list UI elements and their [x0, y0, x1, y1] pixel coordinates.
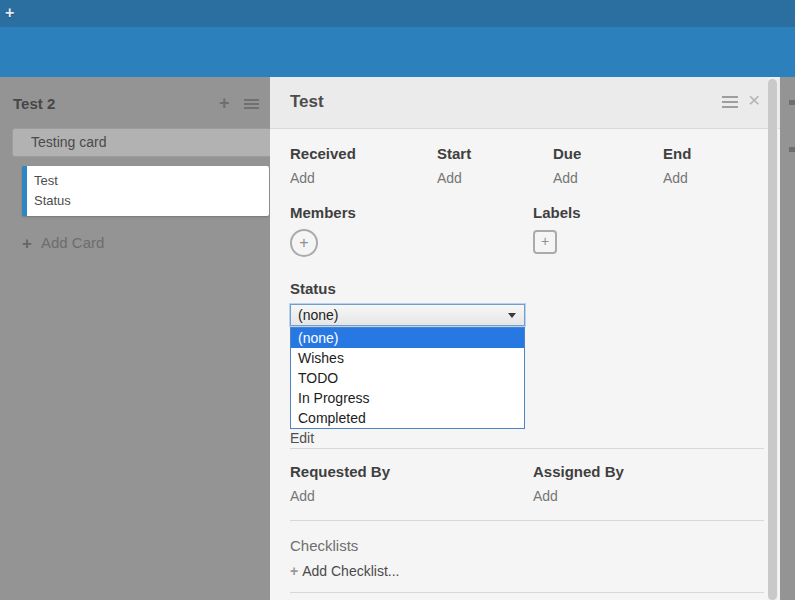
status-option-in-progress[interactable]: In Progress — [291, 388, 524, 408]
dropdown-arrow-icon — [508, 313, 516, 318]
card-detail-header: Test × — [270, 77, 780, 129]
labels-label: Labels — [533, 204, 581, 221]
due-add-link[interactable]: Add — [553, 170, 578, 186]
add-checklist-plus-icon: + — [290, 563, 298, 579]
status-option-completed[interactable]: Completed — [291, 408, 524, 428]
status-option-todo[interactable]: TODO — [291, 368, 524, 388]
status-dropdown-list: (none) Wishes TODO In Progress Completed — [290, 327, 525, 429]
received-label: Received — [290, 145, 356, 162]
add-board-icon[interactable]: + — [5, 4, 14, 22]
close-icon[interactable]: × — [748, 89, 760, 110]
top-header-bar: + — [0, 0, 795, 27]
due-label: Due — [553, 145, 581, 162]
status-option-none[interactable]: (none) — [291, 328, 524, 348]
divider — [290, 520, 764, 521]
card-menu-icon[interactable] — [722, 96, 738, 108]
status-edit-link[interactable]: Edit — [290, 430, 314, 446]
status-select[interactable]: (none) — [290, 304, 525, 326]
members-label: Members — [290, 204, 356, 221]
divider — [290, 592, 764, 593]
assigned-by-label: Assigned By — [533, 463, 624, 480]
add-checklist-label: Add Checklist... — [302, 563, 399, 579]
minicard[interactable]: Test Status — [22, 166, 269, 216]
add-card-label: Add Card — [41, 234, 104, 251]
card-composer-input[interactable]: Testing card — [12, 128, 282, 157]
card-detail-panel: Test × Received Start Due End Add Add Ad… — [270, 77, 780, 600]
board-header-bar — [0, 27, 795, 77]
list-menu-icon[interactable] — [244, 99, 259, 109]
plus-icon: + — [299, 234, 308, 251]
right-edge-mark — [789, 147, 795, 152]
minicard-title-line1: Test — [27, 166, 269, 191]
minicard-title-line2: Status — [27, 191, 269, 211]
add-card-plus-icon: + — [22, 234, 32, 253]
start-label: Start — [437, 145, 471, 162]
requested-by-add-link[interactable]: Add — [290, 488, 315, 504]
assigned-by-add-link[interactable]: Add — [533, 488, 558, 504]
add-card-button[interactable]: +Add Card — [22, 234, 104, 254]
list-add-icon[interactable]: + — [219, 94, 230, 112]
right-edge-mark — [789, 100, 795, 105]
list-title: Test 2 — [13, 95, 55, 112]
requested-by-label: Requested By — [290, 463, 390, 480]
received-add-link[interactable]: Add — [290, 170, 315, 186]
add-label-button[interactable]: + — [533, 230, 557, 254]
end-label: End — [663, 145, 691, 162]
start-add-link[interactable]: Add — [437, 170, 462, 186]
plus-icon: + — [541, 233, 549, 249]
status-label: Status — [290, 280, 336, 297]
divider — [290, 448, 764, 449]
status-option-wishes[interactable]: Wishes — [291, 348, 524, 368]
scrollbar-thumb[interactable] — [768, 79, 777, 600]
add-member-button[interactable]: + — [290, 229, 318, 257]
panel-scrollbar[interactable] — [768, 77, 778, 600]
card-detail-title: Test — [290, 92, 324, 112]
status-selected-value: (none) — [298, 307, 338, 323]
checklists-label: Checklists — [290, 537, 358, 554]
end-add-link[interactable]: Add — [663, 170, 688, 186]
add-checklist-button[interactable]: +Add Checklist... — [290, 563, 399, 579]
